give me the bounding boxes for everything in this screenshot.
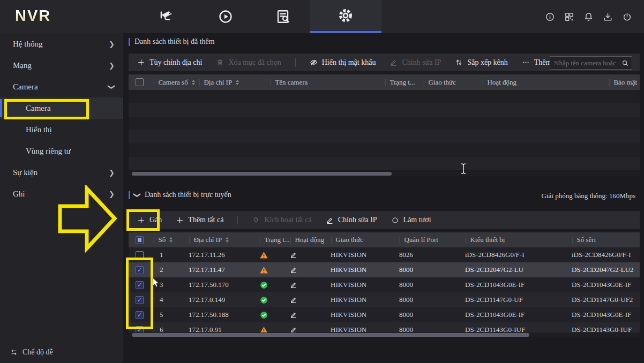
more-icon (522, 58, 530, 66)
column-header[interactable]: Địa chỉ IP (189, 232, 259, 247)
checkbox[interactable] (136, 78, 144, 86)
sidebar-item-hien-thi[interactable]: Hiển thị (0, 119, 123, 140)
sidebar-item-ghi[interactable]: Ghi❯ (0, 183, 123, 205)
sidebar-item-su-kien[interactable]: Sự kiện❯ (0, 162, 123, 183)
ok-icon (259, 281, 268, 290)
checkbox[interactable] (136, 236, 144, 244)
tab-log-search[interactable] (268, 0, 297, 33)
device-row[interactable]: ✓6172.17.0.91HIKVISION8000DS-2CD1143G0-I… (129, 322, 640, 332)
bell-icon[interactable] (583, 12, 594, 22)
search-input[interactable] (550, 59, 621, 67)
column-header: Tên camera (270, 74, 385, 90)
add-all-button[interactable]: Thêm tất cả (176, 216, 223, 224)
edit-icon[interactable] (290, 281, 297, 289)
scrollbar-thumb[interactable] (132, 172, 392, 176)
cell-action (290, 277, 331, 292)
column-header-label: Trạng t... (264, 236, 289, 244)
edit-icon[interactable] (290, 266, 297, 274)
cell-protocol: HIKVISION (331, 247, 399, 262)
empty-table-row (129, 157, 640, 170)
easy-mode-label: Chế độ dễ (23, 348, 53, 357)
sidebar-item-camera-sub[interactable]: Camera (0, 97, 123, 119)
device-row[interactable]: ✓3172.17.50.170HIKVISION8000DS-2CD1043G0… (129, 277, 640, 292)
empty-table-row (129, 90, 640, 103)
cell-ip-address: 172.17.11.47 (189, 262, 259, 277)
checkbox[interactable]: ✓ (136, 281, 144, 289)
assign-button[interactable]: Gán (137, 216, 162, 224)
device-row[interactable]: ✓2172.17.11.47HIKVISION8000DS-2CD2047G2-… (129, 262, 640, 277)
online-devices-hscrollbar[interactable] (129, 332, 640, 337)
cell-action (290, 307, 331, 322)
edit-icon (326, 216, 334, 224)
sidebar-item-label: Vùng riêng tư (26, 147, 71, 156)
edit-icon[interactable] (290, 311, 297, 319)
sort-icon[interactable] (192, 80, 195, 85)
checkbox[interactable]: ✓ (136, 296, 144, 304)
column-header: Kiểu thiết bị (465, 232, 572, 247)
column-header-label: Giao thức (335, 236, 363, 244)
cell-port: 8000 (399, 277, 465, 292)
tab-playback[interactable] (211, 0, 240, 33)
empty-table-row (129, 103, 640, 117)
more-button[interactable]: Thêm (522, 58, 552, 67)
easy-mode-toggle[interactable]: Chế độ dễ (10, 348, 53, 357)
device-row[interactable]: ✓4172.17.0.149HIKVISION8000DS-2CD1147G0-… (129, 292, 640, 307)
button-label: Sắp xếp kênh (467, 58, 507, 67)
checkbox[interactable]: ✓ (136, 326, 144, 333)
online-devices-title-text: Danh sách thiết bị trực tuyến (145, 191, 231, 199)
cell-port: 8000 (399, 322, 465, 332)
cell-device-model: DS-2CD1043G0E-IF (465, 277, 572, 292)
column-header: Số sêri (572, 232, 640, 247)
sort-channel-button[interactable]: Sắp xếp kênh (455, 58, 507, 67)
sort-icon[interactable] (169, 237, 173, 243)
edit-icon[interactable] (290, 326, 297, 332)
button-label: Tùy chỉnh địa chỉ (149, 58, 202, 67)
device-row[interactable]: ✓5172.17.50.188HIKVISION8000DS-2CD1043G0… (129, 307, 640, 322)
qr-code-icon[interactable] (564, 12, 574, 22)
row-checkbox-cell: ✓ (129, 307, 153, 322)
sidebar-item-he-thong[interactable]: Hệ thống❯ (0, 33, 123, 55)
download-icon[interactable] (603, 12, 613, 22)
info-icon[interactable] (545, 12, 555, 22)
device-row[interactable]: 1172.17.11.26HIKVISION8026iDS-2CD8426G0/… (129, 247, 640, 262)
button-label: Làm tươi (403, 216, 431, 224)
toolbar-divider (237, 216, 238, 224)
column-header: Giao thức (331, 232, 399, 247)
sidebar-item-vung-rieng-tu[interactable]: Vùng riêng tư (0, 140, 123, 162)
sidebar-item-camera[interactable]: Camera❯ (0, 76, 123, 97)
sidebar-item-mang[interactable]: Mạng❯ (0, 55, 123, 76)
tab-settings[interactable] (310, 0, 381, 33)
edit-ip-button[interactable]: Chỉnh sửa IP (326, 216, 377, 224)
custom-address-button[interactable]: Tùy chỉnh địa chỉ (137, 58, 202, 67)
column-header-label: Số sêri (576, 236, 596, 244)
checkbox[interactable]: ✓ (136, 311, 144, 319)
column-header[interactable]: Địa chỉ IP (199, 74, 270, 90)
tab-camera[interactable] (153, 0, 182, 33)
added-devices-table-header: Camera sốĐịa chỉ IPTên cameraTrạng t...G… (129, 74, 640, 90)
edit-icon[interactable] (290, 251, 297, 259)
sort-icon[interactable] (226, 237, 229, 243)
checkbox[interactable]: ✓ (136, 266, 144, 274)
scrollbar-thumb[interactable] (132, 333, 529, 337)
added-devices-hscrollbar[interactable] (129, 171, 640, 176)
power-icon[interactable] (622, 12, 632, 22)
chevron-right-icon: ❯ (109, 169, 115, 176)
column-header-label: Số (158, 236, 166, 244)
column-header[interactable]: Số (153, 232, 189, 247)
refresh-button[interactable]: Làm tươi (391, 216, 431, 224)
edit-icon[interactable] (290, 296, 297, 304)
show-password-button[interactable]: Hiển thị mật khẩu (310, 58, 376, 67)
checkbox[interactable] (136, 251, 144, 259)
chevron-right-icon: ❯ (109, 41, 115, 48)
column-header: Bảo mật (609, 74, 640, 90)
search-icon[interactable] (621, 59, 629, 67)
bulb-icon (252, 216, 260, 224)
cell-ip-address: 172.17.0.91 (189, 322, 259, 332)
collapse-chevron-icon[interactable]: ❯ (134, 192, 141, 198)
row-checkbox-cell: ✓ (129, 277, 153, 292)
added-devices-title-text: Danh sách thiết bị đã thêm (134, 37, 215, 46)
column-header[interactable]: Camera số (153, 74, 199, 90)
sort-icon[interactable] (236, 80, 239, 85)
toolbar-divider (295, 58, 296, 67)
title-accent-bar (129, 191, 130, 199)
